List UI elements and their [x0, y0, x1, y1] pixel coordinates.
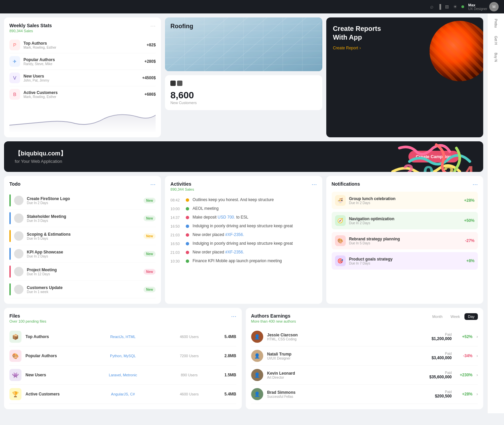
author-change-brad: +28% [456, 392, 472, 396]
tab-week[interactable]: Week [447, 313, 463, 320]
author-amount-natali: $3,400,000 [361, 356, 452, 360]
notif-info-rebrand: Rebrand strategy planning Due In 5 Days [349, 237, 462, 245]
todo-dot [9, 194, 11, 206]
weekly-sales-subtitle: 890,344 Sales [9, 29, 52, 33]
author-amount-brad: $200,500 [361, 394, 452, 398]
activity-time: 08:42 [170, 198, 182, 202]
new-customers-card: 8,600 New Customers [165, 75, 322, 110]
campaign-title: 【biqubiqu.com】 [15, 149, 66, 157]
campaign-banner: 【biqubiqu.com】 for Your Web Application … [4, 141, 483, 172]
todo-badge: New [144, 251, 156, 257]
author-arrow-brad[interactable]: › [477, 392, 478, 396]
author-arrow-jessie[interactable]: › [477, 334, 478, 339]
notif-info-product-goals: Product goals strategy Due In 7 Days [349, 257, 463, 265]
svg-text:2: 2 [403, 160, 414, 172]
user-role: UX Designer [468, 7, 487, 11]
file-users: 890 Users [158, 373, 220, 377]
stat-value-active-customers: +686$ [145, 92, 156, 97]
files-subtitle: Over 100 pending files [9, 319, 46, 323]
author-row-brad: 👤 Brad Simmons Successful Fellas Paid $2… [251, 385, 478, 404]
file-name: Active Customers [25, 392, 88, 396]
stat-row-active-customers: B Active Customers Mark, Rowling, Esther… [9, 86, 156, 102]
file-size: 5.4MB [224, 334, 236, 339]
todo-avatar [14, 267, 23, 276]
authors-earnings-card: Authors Earnings More than 400 new autho… [246, 308, 484, 409]
notifications-options[interactable]: ⋯ [472, 181, 478, 188]
todo-avatar [14, 231, 23, 241]
author-avatar-kevin: 👤 [251, 369, 263, 381]
activity-dot [186, 251, 189, 254]
todo-rows: Create FireStone Logo Due In 2 Days New … [9, 192, 156, 298]
stat-label-new-users: New Users John, Pat, Jimmy [23, 74, 139, 82]
todo-dot [9, 230, 11, 242]
stat-rows: P Top Authors Mark, Rowling, Esther +82$… [9, 37, 156, 102]
main-content: Weekly Sales Stats 890,344 Sales ⋯ P Top… [0, 13, 487, 413]
right-panel: Prebu Get H Buy N [487, 13, 504, 413]
stat-row-top-authors: P Top Authors Mark, Rowling, Esther +82$ [9, 37, 156, 53]
file-tech: ReactJs, HTML [92, 335, 154, 339]
stat-row-new-users: V New Users John, Pat, Jimmy +4500$ [9, 70, 156, 86]
todo-dot [9, 212, 11, 224]
notif-value-rebrand: -27% [465, 238, 474, 243]
search-icon[interactable]: ⌕ [430, 4, 434, 10]
activity-text: New order placed #XF-2356. [192, 250, 317, 254]
todo-info: Customers Update Due In 1 week [27, 285, 140, 294]
file-icon: 🎨 [9, 350, 21, 362]
file-tech: Laravel, Metronic [92, 373, 154, 377]
notif-value-group-lunch: +28% [464, 198, 474, 203]
file-icon: 🏆 [9, 388, 21, 400]
nc-icon-2 [177, 81, 182, 86]
activity-row: 08:42 Outlines keep you honest. And keep… [170, 195, 317, 204]
notif-value-product-goals: +8% [466, 258, 474, 263]
activity-text: Finance KPI Mobile app launch preparion … [192, 258, 317, 263]
tab-day[interactable]: Day [464, 313, 478, 320]
author-change-jessie: +52% [456, 334, 472, 339]
todo-options[interactable]: ⋯ [150, 181, 156, 188]
right-panel-item-3[interactable]: Buy N [493, 50, 499, 64]
grid-icon[interactable]: ⊞ [445, 4, 449, 9]
user-name: Max [468, 3, 487, 7]
author-amount-kevin: $35,600,000 [361, 375, 452, 379]
file-row: 🏆 Active Customers AngularJS, C# 4600 Us… [9, 385, 236, 404]
activity-dot [186, 216, 189, 219]
author-arrow-kevin[interactable]: › [477, 373, 478, 377]
activity-time: 21:03 [170, 250, 182, 254]
weekly-sales-options[interactable]: ⋯ [150, 23, 156, 29]
todo-info: Scoping & Estimations Due In 5 Days [27, 232, 140, 240]
authors-earnings-subtitle: More than 400 new authors [251, 319, 296, 323]
author-arrow-natali[interactable]: › [477, 353, 478, 358]
todo-row: Create FireStone Logo Due In 2 Days New [9, 192, 156, 209]
activity-rows: 08:42 Outlines keep you honest. And keep… [170, 195, 317, 265]
signal-icon[interactable]: ▐ [438, 4, 441, 9]
activity-row: 21:03 New order placed #XF-2356. [170, 248, 317, 256]
author-row-natali: 👤 Natali Trump UI/UX Designer Paid $3,40… [251, 346, 478, 366]
stat-row-popular-authors: ✈ Popular Authors Randy, Steve, Mike +28… [9, 53, 156, 70]
file-name: Popular Authors [25, 353, 88, 358]
new-customers-number: 8,600 [170, 90, 317, 101]
right-panel-item-1[interactable]: Prebu [493, 16, 499, 31]
todo-dot [9, 266, 11, 278]
todo-badge: New [144, 269, 156, 275]
todo-dot [9, 248, 11, 260]
author-info-jessie: Jessie Clarcson HTML, CSS Coding [267, 333, 357, 341]
activity-text: Make deposit USD 700. to ESL [192, 215, 317, 220]
todo-info: Project Meeting Due In 12 Days [27, 268, 140, 276]
todo-badge: New [144, 198, 156, 203]
right-panel-item-2[interactable]: Get H [493, 33, 499, 47]
file-icon: 👾 [9, 369, 21, 381]
stat-icon-new-users: V [9, 73, 20, 83]
activity-dot [186, 233, 189, 237]
notif-row-nav-opt: 🧭 Navigation optimization Due In 2 Days … [332, 212, 478, 229]
create-report-link[interactable]: Create Report › [333, 46, 361, 50]
theme-icon[interactable]: ☀ [453, 4, 457, 9]
activity-dot [186, 242, 189, 245]
user-avatar[interactable]: M [489, 2, 499, 11]
author-info-kevin: Kevin Leonard Art Director [267, 371, 357, 379]
tab-month[interactable]: Month [429, 313, 446, 320]
activity-time: 10:00 [170, 207, 182, 211]
stat-label-popular-authors: Popular Authors Randy, Steve, Mike [23, 57, 141, 66]
files-options[interactable]: ⋯ [231, 313, 236, 320]
activities-options[interactable]: ⋯ [312, 181, 317, 188]
todo-card: Todo ⋯ Create FireStone Logo Due In 2 Da… [4, 176, 161, 304]
file-icon: 📦 [9, 331, 21, 343]
